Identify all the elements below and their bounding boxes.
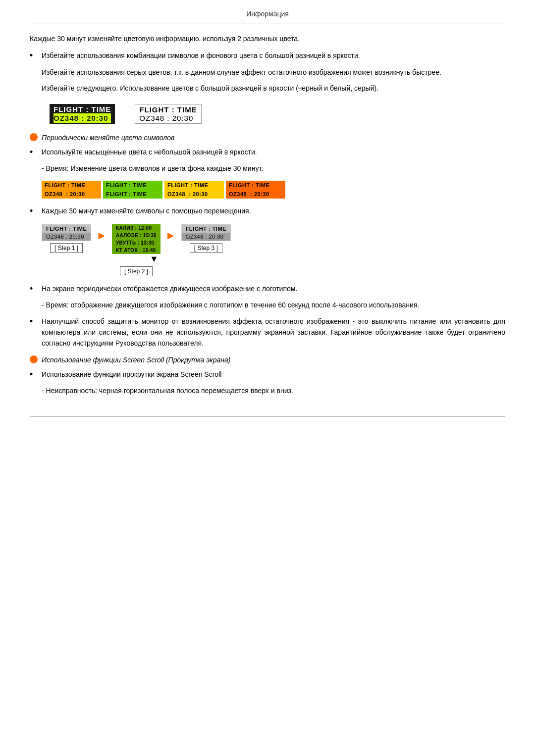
bullet-item-2: • Используйте насыщенные цвета с небольш… [30, 147, 505, 158]
color-box-2: FLIGHT : TIME FLIGHT : TIME [103, 181, 162, 199]
orange-bullet-icon-1 [30, 133, 38, 141]
orange-bullet-icon-2 [30, 355, 38, 363]
bullet-2-text: Используйте насыщенные цвета с небольшой… [42, 147, 505, 157]
paragraph-1: Каждые 30 минут изменяйте цветовую инфор… [30, 33, 505, 44]
bullet-item-4: • На экране периодически отображается дв… [30, 283, 505, 295]
step-2-row1: КАЛИЗ : 12:00 [112, 224, 160, 232]
bullet-1-text: Избегайте использования комбинации симво… [42, 50, 505, 61]
color-box-3-data: OZ348 : 20:30 [164, 190, 224, 199]
step-2-display: КАЛИЗ : 12:00 ААЛОЭЕ : 15:35 УВУТТЬ : 13… [112, 224, 160, 254]
bullet-6-text: Использование функции прокрутки экрана S… [42, 369, 505, 380]
color-box-3-header: FLIGHT : TIME [164, 181, 224, 190]
orange-bullet-row-2: Использование функции Screen Scroll (Про… [30, 356, 505, 364]
bullet-item-1: • Избегайте использования комбинации сим… [30, 50, 505, 61]
step-3-label: [ Step 3 ] [190, 243, 222, 253]
bullet-dot-2: • [30, 147, 40, 158]
color-box-2-header: FLIGHT : TIME [103, 181, 162, 190]
flight-box-dark: FLIGHT : TIME OZ348 : 20:30 [50, 104, 115, 124]
step-1-unit: FLIGHT : TIME OZ348 : 20:30 [ Step 1 ] [42, 224, 91, 253]
arrow-right-icon-2: ► [165, 229, 176, 242]
color-box-4: FLIGHT : TIME OZ348 : 20:30 [226, 181, 285, 199]
bullet-4-text: На экране периодически отображается движ… [42, 283, 505, 294]
step-1-label: [ Step 1 ] [50, 243, 83, 253]
bullet-dot-3: • [30, 205, 40, 217]
indent-text-2: Избегайте следующего. Использование цвет… [42, 83, 505, 94]
bullet-dot-6: • [30, 369, 40, 380]
orange-bullet-row-1: Периодически меняйте цвета символов [30, 134, 505, 142]
bullet-dot-5: • [30, 316, 40, 327]
orange-label-1: Периодически меняйте цвета символов [42, 134, 174, 142]
step-1-display: FLIGHT : TIME OZ348 : 20:30 [42, 224, 91, 241]
step-3-unit: FLIGHT : TIME OZ348 : 20:30 [ Step 3 ] [181, 224, 231, 253]
color-box-1-header: FLIGHT : TIME [42, 181, 101, 190]
color-box-3: FLIGHT : TIME OZ348 : 20:30 [164, 181, 224, 199]
arrow-2: ► [165, 226, 176, 242]
step-diagram: FLIGHT : TIME OZ348 : 20:30 [ Step 1 ] ►… [42, 224, 505, 276]
color-box-1-data: OZ348 : 20:30 [42, 190, 101, 199]
color-box-1: FLIGHT : TIME OZ348 : 20:30 [42, 181, 101, 199]
flight-examples-group: FLIGHT : TIME OZ348 : 20:30 FLIGHT : TIM… [50, 104, 505, 124]
flight-header-dark: FLIGHT : TIME [54, 105, 111, 113]
bullet-item-3: • Каждые 30 минут изменяйте символы с по… [30, 205, 505, 217]
bottom-separator [30, 416, 505, 416]
step-2-row4: КТ АТОК : 15:40 [112, 247, 160, 254]
page-title: Информация [30, 10, 505, 23]
bullet-dot-4: • [30, 283, 40, 295]
flight-box-light: FLIGHT : TIME OZ348 : 20:30 [135, 104, 201, 124]
bullet-dot-1: • [30, 50, 40, 61]
bullet-3-text: Каждые 30 минут изменяйте символы с помо… [42, 205, 505, 216]
bullet-item-5: • Наилучший способ защитить монитор от в… [30, 316, 505, 349]
arrow-1: ► [96, 226, 107, 242]
indent-text-4: - Время: отображение движущегося изображ… [42, 300, 505, 310]
flight-data-light: OZ348 : 20:30 [139, 114, 197, 122]
step-2-row2: ААЛОЭЕ : 15:35 [112, 232, 160, 239]
bullet-item-6: • Использование функции прокрутки экрана… [30, 369, 505, 380]
step-3-display: FLIGHT : TIME OZ348 : 20:30 [181, 224, 231, 241]
page-wrapper: Информация Каждые 30 минут изменяйте цве… [0, 0, 535, 436]
step-1-header: FLIGHT : TIME [42, 225, 91, 233]
arrow-right-icon-1: ► [96, 229, 107, 242]
orange-label-2: Использование функции Screen Scroll (Про… [42, 356, 230, 364]
step-2-label: [ Step 2 ] [120, 266, 153, 276]
step-3-data: OZ348 : 20:30 [182, 233, 230, 241]
color-box-4-header: FLIGHT : TIME [226, 181, 285, 190]
step-1-data: OZ348 : 20:30 [42, 233, 91, 241]
color-flight-boxes: FLIGHT : TIME OZ348 : 20:30 FLIGHT : TIM… [42, 181, 505, 199]
color-box-4-data: OZ348 : 20:30 [226, 190, 285, 199]
bullet-5-text: Наилучший способ защитить монитор от воз… [42, 316, 505, 349]
indent-text-3: - Время: Изменение цвета символов и цвет… [42, 163, 505, 174]
flight-header-light: FLIGHT : TIME [139, 105, 197, 114]
flight-data-dark: OZ348 : 20:30 [54, 113, 111, 123]
indent-text-5: - Неисправность: черная горизонтальная п… [42, 385, 505, 396]
step-3-header: FLIGHT : TIME [182, 225, 230, 233]
indent-text-1: Избегайте использования серых цветов, т.… [42, 67, 505, 78]
down-arrow-icon: ▼ [150, 254, 159, 264]
step-2-unit: КАЛИЗ : 12:00 ААЛОЭЕ : 15:35 УВУТТЬ : 13… [112, 224, 160, 276]
color-box-2-data: FLIGHT : TIME [103, 190, 162, 199]
step-2-row3: УВУТТЬ : 13:30 [112, 239, 160, 247]
